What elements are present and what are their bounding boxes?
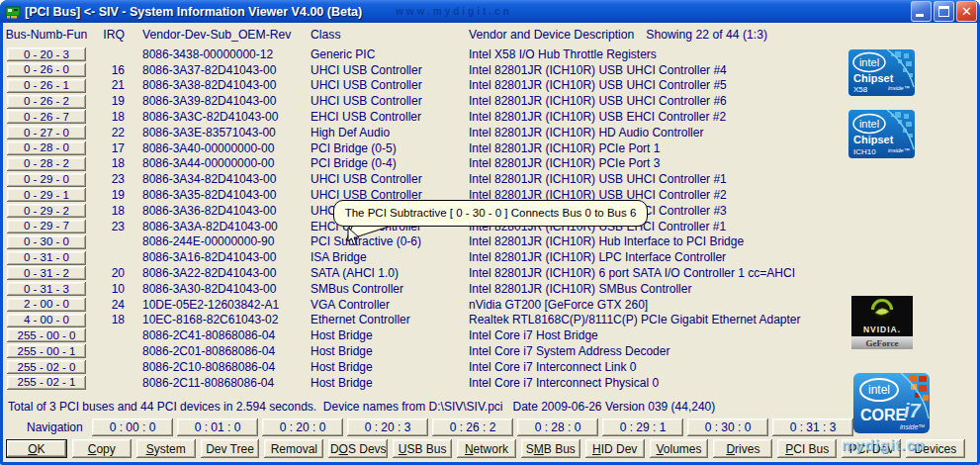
irq-cell: 19 — [89, 188, 125, 202]
footer-buttons: OK Copy System Dev Tree Removal DOS Devs… — [6, 439, 965, 458]
footer-button[interactable]: System — [136, 439, 196, 458]
navigation-button[interactable]: 0 : 28 : 0 — [517, 418, 598, 436]
maximize-icon — [938, 6, 949, 17]
svg-text:CORE: CORE — [860, 407, 907, 423]
svg-text:intel: intel — [868, 383, 890, 397]
table-row: 0 - 26 - 7 18 8086-3A3C-82D41043-00 EHCI… — [4, 109, 977, 125]
maximize-button[interactable] — [934, 1, 954, 22]
svg-text:ICH10: ICH10 — [853, 147, 876, 156]
table-row: 4 - 00 - 0 18 10EC-8168-82C61043-02 Ethe… — [4, 313, 977, 328]
vendor-cell: 8086-244E-00000000-90 — [142, 234, 311, 248]
irq-cell: 23 — [89, 172, 125, 186]
mouse-cursor-icon — [347, 227, 360, 246]
nvidia-geforce-badge: NVIDIA. GeForce — [851, 296, 913, 353]
bus-numb-fun-button[interactable]: 0 - 29 - 7 — [7, 220, 86, 233]
footer-button[interactable]: PCI Bus — [777, 439, 837, 458]
footer-button[interactable]: Removal — [264, 439, 323, 458]
window-title: [PCI Bus] <- SIV - System Information Vi… — [25, 5, 362, 19]
navigation-button[interactable]: 0 : 01 : 0 — [177, 418, 258, 436]
table-row: 0 - 27 - 0 22 8086-3A3E-83571043-00 High… — [4, 125, 977, 140]
table-row: 255 - 02 - 0 8086-2C10-80868086-04 Host … — [4, 359, 977, 375]
bus-numb-fun-button[interactable]: 0 - 26 - 2 — [7, 95, 86, 109]
title-bar[interactable]: [PCI Bus] <- SIV - System Information Vi… — [0, 0, 980, 23]
navigation-button[interactable]: 0 : 00 : 0 — [92, 418, 173, 436]
footer-button[interactable]: USB Bus — [393, 439, 452, 458]
footer-button[interactable]: Copy — [72, 439, 132, 458]
svg-text:Chipset: Chipset — [853, 72, 894, 84]
header-bus: Bus-Numb-Fun — [4, 28, 89, 42]
navigation-buttons: 0 : 00 : 00 : 01 : 00 : 20 : 00 : 20 : 3… — [92, 418, 853, 436]
navigation-button[interactable]: 0 : 29 : 1 — [602, 418, 683, 436]
table-row: 255 - 02 - 1 8086-2C11-80868086-04 Host … — [4, 375, 977, 391]
irq-cell: 18 — [89, 110, 125, 124]
column-headers: Bus-Numb-Fun IRQ Vendor-Dev-Sub_OEM-Rev … — [4, 27, 977, 43]
vendor-cell: 10DE-05E2-12603842-A1 — [142, 298, 311, 312]
bus-numb-fun-button[interactable]: 0 - 31 - 0 — [7, 251, 86, 265]
class-cell: VGA Controller — [311, 298, 469, 312]
footer-button[interactable]: SMB Bus — [521, 439, 580, 458]
description-cell: Intel 82801JR (ICH10R) SMBus Controller — [469, 282, 977, 296]
bus-numb-fun-button[interactable]: 255 - 02 - 1 — [7, 376, 86, 390]
class-cell: SMBus Controller — [311, 282, 469, 296]
footer-button[interactable]: DOS Devs — [328, 439, 388, 458]
table-row: 0 - 26 - 1 21 8086-3A38-82D41043-00 UHCI… — [4, 78, 977, 94]
vendor-cell: 8086-3A38-82D41043-00 — [142, 78, 311, 92]
class-cell: PCI Bridge (0-5) — [311, 141, 469, 155]
vendor-cell: 8086-3438-00000000-12 — [142, 47, 311, 61]
siv-window: [PCI Bus] <- SIV - System Information Vi… — [0, 0, 980, 465]
table-row: 0 - 30 - 0 8086-244E-00000000-90 PCI Sub… — [4, 234, 977, 250]
footer-button[interactable]: Dev Tree — [201, 439, 260, 458]
bus-numb-fun-button[interactable]: 0 - 30 - 0 — [7, 235, 86, 249]
close-icon: ✕ — [957, 3, 976, 21]
navigation-button[interactable]: 0 : 31 : 3 — [772, 418, 853, 436]
bus-numb-fun-button[interactable]: 0 - 31 - 3 — [7, 282, 86, 296]
svg-text:i7: i7 — [904, 400, 922, 421]
footer-button[interactable]: HID Dev — [585, 439, 645, 458]
bus-numb-fun-button[interactable]: 0 - 27 - 0 — [7, 126, 86, 140]
bus-numb-fun-button[interactable]: 0 - 28 - 0 — [7, 141, 86, 155]
navigation-button[interactable]: 0 : 20 : 3 — [347, 418, 428, 436]
bus-numb-fun-button[interactable]: 4 - 00 - 0 — [7, 314, 86, 327]
irq-cell: 17 — [89, 141, 125, 155]
bus-numb-fun-button[interactable]: 2 - 00 - 0 — [7, 298, 86, 312]
svg-text:inside™: inside™ — [888, 85, 910, 91]
irq-cell: 10 — [89, 282, 125, 296]
app-icon — [5, 4, 21, 20]
footer-button[interactable]: Drives — [713, 439, 772, 458]
bus-numb-fun-button[interactable]: 0 - 29 - 2 — [7, 204, 86, 218]
vendor-cell: 8086-3A34-82D41043-00 — [142, 172, 311, 186]
bus-numb-fun-button[interactable]: 255 - 00 - 0 — [7, 328, 86, 342]
footer-button[interactable]: Volumes — [650, 439, 709, 458]
bus-numb-fun-button[interactable]: 255 - 00 - 1 — [7, 344, 86, 358]
bus-numb-fun-button[interactable]: 0 - 20 - 3 — [7, 47, 86, 61]
status-bar: Total of 3 PCI buses and 44 PCI devices … — [8, 400, 715, 414]
table-row: 0 - 31 - 3 10 8086-3A30-82D41043-00 SMBu… — [4, 281, 977, 297]
header-irq: IRQ — [89, 28, 125, 42]
table-row: 0 - 31 - 2 20 8086-3A22-82D41043-00 SATA… — [4, 265, 977, 281]
irq-cell: 20 — [89, 266, 125, 280]
bus-numb-fun-button[interactable]: 0 - 26 - 1 — [7, 79, 86, 93]
tooltip: The PCI Subtractive [ 0 - 30 - 0 ] Conne… — [333, 200, 648, 227]
footer-button[interactable]: OK — [6, 439, 67, 458]
vendor-cell: 10EC-8168-82C61043-02 — [142, 313, 311, 326]
bus-numb-fun-button[interactable]: 255 - 02 - 0 — [7, 360, 86, 374]
description-cell: Intel Core i7 Interconnect Link 0 — [469, 360, 977, 374]
class-cell: SATA (AHCI 1.0) — [311, 266, 469, 280]
vendor-cell: 8086-3A39-82D41043-00 — [142, 94, 311, 108]
close-button[interactable]: ✕ — [956, 1, 977, 22]
bus-numb-fun-button[interactable]: 0 - 26 - 0 — [7, 63, 86, 77]
footer-button[interactable]: Network — [457, 439, 516, 458]
navigation-button[interactable]: 0 : 30 : 0 — [687, 418, 768, 436]
vendor-cell: 8086-3A44-00000000-00 — [142, 156, 311, 170]
navigation-button[interactable]: 0 : 26 : 2 — [432, 418, 513, 436]
bus-numb-fun-button[interactable]: 0 - 31 - 2 — [7, 266, 86, 280]
bus-numb-fun-button[interactable]: 0 - 29 - 0 — [7, 173, 86, 187]
bus-numb-fun-button[interactable]: 0 - 28 - 2 — [7, 157, 86, 171]
navigation-button[interactable]: 0 : 20 : 0 — [262, 418, 343, 436]
minimize-button[interactable] — [911, 1, 932, 22]
title-watermark: www.mydigit.cn — [396, 6, 512, 17]
bus-numb-fun-button[interactable]: 0 - 29 - 1 — [7, 188, 86, 202]
bus-numb-fun-button[interactable]: 0 - 26 - 7 — [7, 110, 86, 124]
svg-text:X58: X58 — [853, 85, 868, 94]
svg-text:intel: intel — [859, 56, 879, 68]
